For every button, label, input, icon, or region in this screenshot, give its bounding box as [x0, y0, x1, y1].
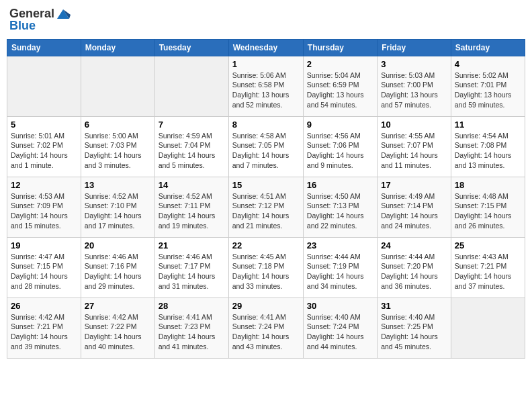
calendar-week-row: 5Sunrise: 5:01 AM Sunset: 7:02 PM Daylig…: [7, 116, 525, 177]
day-number: 6: [85, 120, 151, 130]
day-number: 13: [85, 180, 151, 190]
day-info: Sunrise: 4:42 AM Sunset: 7:22 PM Dayligh…: [85, 312, 151, 352]
calendar-cell: [7, 56, 81, 116]
day-info: Sunrise: 4:47 AM Sunset: 7:15 PM Dayligh…: [11, 252, 77, 291]
calendar-cell: 11Sunrise: 4:54 AM Sunset: 7:08 PM Dayli…: [451, 116, 525, 177]
calendar-cell: 21Sunrise: 4:46 AM Sunset: 7:17 PM Dayli…: [154, 237, 228, 298]
day-number: 2: [307, 59, 373, 69]
calendar-cell: 4Sunrise: 5:02 AM Sunset: 7:01 PM Daylig…: [451, 56, 525, 116]
calendar-cell: 20Sunrise: 4:46 AM Sunset: 7:16 PM Dayli…: [81, 237, 154, 298]
day-number: 11: [455, 120, 521, 130]
day-number: 4: [455, 59, 521, 69]
day-info: Sunrise: 5:02 AM Sunset: 7:01 PM Dayligh…: [455, 71, 521, 110]
calendar-table: SundayMondayTuesdayWednesdayThursdayFrid…: [7, 39, 525, 359]
day-number: 28: [159, 301, 225, 311]
day-number: 7: [159, 120, 225, 130]
day-number: 1: [232, 59, 300, 69]
day-number: 23: [307, 240, 373, 250]
day-number: 15: [232, 180, 300, 190]
day-number: 18: [455, 180, 521, 190]
calendar-cell: [451, 298, 525, 358]
calendar-cell: 6Sunrise: 5:00 AM Sunset: 7:03 PM Daylig…: [81, 116, 154, 177]
day-number: 19: [11, 240, 77, 250]
calendar-cell: 29Sunrise: 4:41 AM Sunset: 7:24 PM Dayli…: [228, 298, 303, 358]
day-info: Sunrise: 5:06 AM Sunset: 6:58 PM Dayligh…: [232, 71, 300, 110]
day-number: 24: [381, 240, 447, 250]
calendar-cell: 5Sunrise: 5:01 AM Sunset: 7:02 PM Daylig…: [7, 116, 81, 177]
calendar-cell: 1Sunrise: 5:06 AM Sunset: 6:58 PM Daylig…: [228, 56, 303, 116]
day-number: 27: [85, 301, 151, 311]
day-number: 29: [232, 301, 300, 311]
calendar-cell: 10Sunrise: 4:55 AM Sunset: 7:07 PM Dayli…: [378, 116, 451, 177]
day-info: Sunrise: 4:40 AM Sunset: 7:25 PM Dayligh…: [381, 312, 447, 352]
day-number: 12: [11, 180, 77, 190]
day-number: 26: [11, 301, 77, 311]
calendar-cell: 18Sunrise: 4:48 AM Sunset: 7:15 PM Dayli…: [451, 177, 525, 237]
calendar-cell: 17Sunrise: 4:49 AM Sunset: 7:14 PM Dayli…: [378, 177, 451, 237]
calendar-cell: 16Sunrise: 4:50 AM Sunset: 7:13 PM Dayli…: [303, 177, 377, 237]
calendar-cell: 28Sunrise: 4:41 AM Sunset: 7:23 PM Dayli…: [154, 298, 228, 358]
day-info: Sunrise: 4:59 AM Sunset: 7:04 PM Dayligh…: [159, 131, 225, 171]
logo: General Blue: [9, 7, 71, 34]
weekday-header: Thursday: [303, 39, 377, 56]
day-info: Sunrise: 4:41 AM Sunset: 7:24 PM Dayligh…: [232, 312, 300, 352]
day-number: 31: [381, 301, 447, 311]
calendar-cell: 9Sunrise: 4:56 AM Sunset: 7:06 PM Daylig…: [303, 116, 377, 177]
day-info: Sunrise: 4:46 AM Sunset: 7:16 PM Dayligh…: [85, 252, 151, 291]
day-info: Sunrise: 4:44 AM Sunset: 7:19 PM Dayligh…: [307, 252, 373, 291]
day-number: 21: [159, 240, 225, 250]
calendar-cell: [154, 56, 228, 116]
calendar-cell: 3Sunrise: 5:03 AM Sunset: 7:00 PM Daylig…: [378, 56, 451, 116]
day-number: 8: [232, 120, 300, 130]
calendar-cell: 13Sunrise: 4:52 AM Sunset: 7:10 PM Dayli…: [81, 177, 154, 237]
day-info: Sunrise: 4:49 AM Sunset: 7:14 PM Dayligh…: [381, 191, 447, 231]
day-info: Sunrise: 5:04 AM Sunset: 6:59 PM Dayligh…: [307, 71, 373, 110]
day-number: 20: [85, 240, 151, 250]
page-header: General Blue: [7, 7, 525, 34]
calendar-body: 1Sunrise: 5:06 AM Sunset: 6:58 PM Daylig…: [7, 56, 525, 358]
weekday-header: Wednesday: [228, 39, 303, 56]
day-info: Sunrise: 4:52 AM Sunset: 7:11 PM Dayligh…: [159, 191, 225, 231]
weekday-header: Friday: [378, 39, 451, 56]
calendar-week-row: 26Sunrise: 4:42 AM Sunset: 7:21 PM Dayli…: [7, 298, 525, 358]
calendar-cell: 23Sunrise: 4:44 AM Sunset: 7:19 PM Dayli…: [303, 237, 377, 298]
day-info: Sunrise: 4:52 AM Sunset: 7:10 PM Dayligh…: [85, 191, 151, 231]
day-number: 22: [232, 240, 300, 250]
day-number: 5: [11, 120, 77, 130]
weekday-header: Saturday: [451, 39, 525, 56]
calendar-week-row: 12Sunrise: 4:53 AM Sunset: 7:09 PM Dayli…: [7, 177, 525, 237]
day-info: Sunrise: 4:46 AM Sunset: 7:17 PM Dayligh…: [159, 252, 225, 291]
day-info: Sunrise: 5:00 AM Sunset: 7:03 PM Dayligh…: [85, 131, 151, 171]
day-info: Sunrise: 4:43 AM Sunset: 7:21 PM Dayligh…: [455, 252, 521, 291]
day-info: Sunrise: 4:41 AM Sunset: 7:23 PM Dayligh…: [159, 312, 225, 352]
calendar-cell: 27Sunrise: 4:42 AM Sunset: 7:22 PM Dayli…: [81, 298, 154, 358]
calendar-cell: 31Sunrise: 4:40 AM Sunset: 7:25 PM Dayli…: [378, 298, 451, 358]
calendar-cell: 2Sunrise: 5:04 AM Sunset: 6:59 PM Daylig…: [303, 56, 377, 116]
day-info: Sunrise: 4:48 AM Sunset: 7:15 PM Dayligh…: [455, 191, 521, 231]
calendar-header: SundayMondayTuesdayWednesdayThursdayFrid…: [7, 39, 525, 56]
day-number: 14: [159, 180, 225, 190]
calendar-cell: 19Sunrise: 4:47 AM Sunset: 7:15 PM Dayli…: [7, 237, 81, 298]
day-info: Sunrise: 4:45 AM Sunset: 7:18 PM Dayligh…: [232, 252, 300, 291]
day-info: Sunrise: 4:53 AM Sunset: 7:09 PM Dayligh…: [11, 191, 77, 231]
calendar-cell: 25Sunrise: 4:43 AM Sunset: 7:21 PM Dayli…: [451, 237, 525, 298]
calendar-cell: 14Sunrise: 4:52 AM Sunset: 7:11 PM Dayli…: [154, 177, 228, 237]
calendar-cell: [81, 56, 154, 116]
weekday-header: Sunday: [7, 39, 81, 56]
weekday-header: Monday: [81, 39, 154, 56]
day-info: Sunrise: 4:51 AM Sunset: 7:12 PM Dayligh…: [232, 191, 300, 231]
day-number: 17: [381, 180, 447, 190]
day-number: 10: [381, 120, 447, 130]
day-number: 3: [381, 59, 447, 69]
calendar-cell: 26Sunrise: 4:42 AM Sunset: 7:21 PM Dayli…: [7, 298, 81, 358]
day-number: 30: [307, 301, 373, 311]
weekday-header: Tuesday: [154, 39, 228, 56]
calendar-cell: 12Sunrise: 4:53 AM Sunset: 7:09 PM Dayli…: [7, 177, 81, 237]
logo-icon: [56, 7, 71, 21]
day-number: 16: [307, 180, 373, 190]
calendar-week-row: 1Sunrise: 5:06 AM Sunset: 6:58 PM Daylig…: [7, 56, 525, 116]
day-number: 25: [455, 240, 521, 250]
day-info: Sunrise: 5:03 AM Sunset: 7:00 PM Dayligh…: [381, 71, 447, 110]
calendar-cell: 30Sunrise: 4:40 AM Sunset: 7:24 PM Dayli…: [303, 298, 377, 358]
day-info: Sunrise: 5:01 AM Sunset: 7:02 PM Dayligh…: [11, 131, 77, 171]
